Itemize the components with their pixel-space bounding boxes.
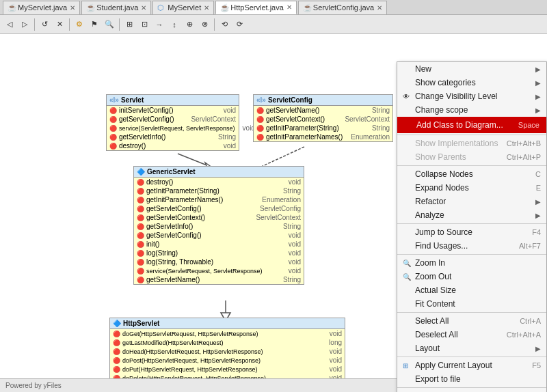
menu-item-expand-nodes[interactable]: Expand Nodes E xyxy=(397,181,546,195)
flag-btn[interactable]: ⚑ xyxy=(88,18,101,31)
shortcut-label: F4 xyxy=(532,228,541,236)
submenu-arrow-icon: ▶ xyxy=(535,107,541,114)
main-area: «I» Servlet 🔴initServletConfig()void 🔴ge… xyxy=(0,34,547,392)
menu-separator xyxy=(397,387,546,388)
java-file-icon: ☕ xyxy=(8,3,16,12)
close-btn[interactable]: ✕ xyxy=(53,18,66,31)
shortcut-label: F5 xyxy=(532,361,541,369)
class-servlet-header: «I» Servlet xyxy=(107,95,239,106)
class-httpservlet-header: 🔷 HttpServlet xyxy=(110,318,345,329)
remove-btn[interactable]: ⊗ xyxy=(198,18,211,31)
class-row: 🔴getServletName()String xyxy=(254,106,392,115)
shortcut-label: Ctrl+Alt+A xyxy=(507,331,541,339)
menu-item-change-scope[interactable]: Change scope ▶ xyxy=(397,103,546,117)
menu-item-analyze[interactable]: Analyze ▶ xyxy=(397,208,546,222)
class-row: 🔴getServletConfig()ServletConfig xyxy=(134,204,304,213)
settings-btn[interactable]: ⚙ xyxy=(72,18,86,31)
class-servletconfig-box: «I» ServletConfig 🔴getServletName()Strin… xyxy=(253,94,393,142)
menu-separator xyxy=(397,312,546,313)
tab-close-icon[interactable]: ✕ xyxy=(204,4,209,12)
class-row: 🔴destroy()void xyxy=(134,178,304,186)
submenu-arrow-icon: ▶ xyxy=(535,345,541,352)
tab-student-java[interactable]: ☕ Student.java ✕ xyxy=(81,1,151,14)
forward-btn[interactable]: ▷ xyxy=(18,18,31,31)
back-btn[interactable]: ◁ xyxy=(3,18,16,31)
menu-separator xyxy=(397,254,546,255)
layout-icon: ⊞ xyxy=(403,362,412,369)
redo-btn[interactable]: ⟳ xyxy=(232,18,246,31)
zoom-btn[interactable]: ⊡ xyxy=(137,18,151,31)
menu-item-select-all[interactable]: Select All Ctrl+A xyxy=(397,314,546,328)
tab-httpservlet-java[interactable]: ☕ HttpServlet.java ✕ xyxy=(215,1,297,14)
menu-item-refactor[interactable]: Refactor ▶ xyxy=(397,195,546,208)
tab-servletconfig-java[interactable]: ☕ ServletConfig.java ✕ xyxy=(298,1,387,14)
menu-item-layout[interactable]: Layout ▶ xyxy=(397,341,546,355)
menu-item-zoom-in[interactable]: 🔍 Zoom In xyxy=(397,256,546,270)
svg-line-0 xyxy=(178,154,212,167)
shortcut-label: Ctrl+Alt+P xyxy=(507,153,541,161)
refresh-btn[interactable]: ↺ xyxy=(38,18,51,31)
shortcut-label: C xyxy=(535,170,541,178)
menu-item-fit-content[interactable]: Fit Content xyxy=(397,297,546,311)
class-row: 🔴doPost(HttpServletRequest, HttpServletR… xyxy=(110,356,345,365)
grid-btn[interactable]: ⊞ xyxy=(122,18,136,31)
menu-item-actual-size[interactable]: Actual Size xyxy=(397,283,546,297)
shortcut-label: Ctrl+A xyxy=(520,317,541,325)
toolbar-sep-4 xyxy=(214,18,215,31)
diagram-canvas[interactable]: «I» Servlet 🔴initServletConfig()void 🔴ge… xyxy=(0,34,547,392)
search-btn[interactable]: 🔍 xyxy=(103,18,116,31)
class-genericservlet-box: 🔷 GenericServlet 🔴destroy()void 🔴getInit… xyxy=(133,166,304,285)
class-row: 🔴getServletInfo()String xyxy=(107,132,239,141)
tab-myservlet-diagram[interactable]: ⬡ MyServlet ✕ xyxy=(152,1,214,14)
tabs-bar: ☕ MyServlet.java ✕ ☕ Student.java ✕ ⬡ My… xyxy=(0,0,547,15)
class-row: 🔴getInitParameterNames()Enumeration xyxy=(254,132,392,141)
svg-line-2 xyxy=(260,147,304,167)
class-servlet-box: «I» Servlet 🔴initServletConfig()void 🔴ge… xyxy=(106,94,239,151)
menu-item-change-visibility[interactable]: 👁 Change Visibility Level ▶ xyxy=(397,89,546,103)
shortcut-label: E xyxy=(536,184,541,192)
menu-item-zoom-out[interactable]: 🔍 Zoom Out xyxy=(397,270,546,283)
menu-item-print-graph[interactable]: 🖨 Print Graph xyxy=(397,389,546,392)
class-genericservlet-header: 🔷 GenericServlet xyxy=(134,167,304,178)
menu-item-add-class[interactable]: Add Class to Diagram... Space xyxy=(397,117,546,133)
class-row: 🔴doPut(HttpServletRequest, HttpServletRe… xyxy=(110,365,345,374)
class-row: 🔴log(String)void xyxy=(134,249,304,257)
java-file-icon: ☕ xyxy=(220,3,228,12)
class-row: 🔴getServletConfig()void xyxy=(134,231,304,240)
menu-item-jump-source[interactable]: Jump to Source F4 xyxy=(397,225,546,239)
class-row: 🔴getServletInfo()String xyxy=(134,222,304,231)
undo-btn[interactable]: ⟲ xyxy=(217,18,231,31)
eye-icon: 👁 xyxy=(403,93,412,100)
tab-close-icon[interactable]: ✕ xyxy=(286,3,292,11)
tab-close-icon[interactable]: ✕ xyxy=(377,4,382,12)
class-row: 🔴getServletContext()ServletContext xyxy=(134,213,304,222)
toolbar-sep-3 xyxy=(119,18,120,31)
class-row: 🔴getInitParameter(String)String xyxy=(134,186,304,195)
menu-item-collapse-nodes[interactable]: Collapse Nodes C xyxy=(397,167,546,181)
menu-item-show-impl: Show Implementations Ctrl+Alt+B xyxy=(397,137,546,150)
add-btn[interactable]: ⊕ xyxy=(183,18,196,31)
arrow-right-btn[interactable]: → xyxy=(152,18,166,31)
arrow-updown-btn[interactable]: ↕ xyxy=(168,18,181,31)
menu-item-apply-layout[interactable]: ⊞ Apply Current Layout F5 xyxy=(397,359,546,372)
menu-item-deselect-all[interactable]: Deselect All Ctrl+Alt+A xyxy=(397,328,546,341)
submenu-arrow-icon: ▶ xyxy=(535,198,541,206)
menu-separator xyxy=(397,356,546,357)
tab-myservlet-java[interactable]: ☕ MyServlet.java ✕ xyxy=(3,1,80,14)
class-row: 🔴getInitParameter(String)String xyxy=(254,124,392,132)
java-file-icon: ☕ xyxy=(303,3,311,12)
menu-item-show-parents: Show Parents Ctrl+Alt+P xyxy=(397,150,546,164)
tab-close-icon[interactable]: ✕ xyxy=(141,4,146,12)
class-servletconfig-header: «I» ServletConfig xyxy=(254,95,392,106)
menu-item-new[interactable]: New ▶ xyxy=(397,62,546,76)
menu-item-show-categories[interactable]: Show categories ▶ xyxy=(397,76,546,89)
tab-close-icon[interactable]: ✕ xyxy=(70,4,75,12)
class-row: 🔴init()void xyxy=(134,240,304,249)
menu-item-export-file[interactable]: Export to file xyxy=(397,372,546,386)
menu-separator xyxy=(397,165,546,166)
menu-item-find-usages[interactable]: Find Usages... Alt+F7 xyxy=(397,239,546,253)
zoom-in-icon: 🔍 xyxy=(403,260,412,267)
class-row: 🔴initServletConfig()void xyxy=(107,106,239,115)
submenu-arrow-icon: ▶ xyxy=(535,66,541,73)
toolbar-sep-2 xyxy=(69,18,70,31)
